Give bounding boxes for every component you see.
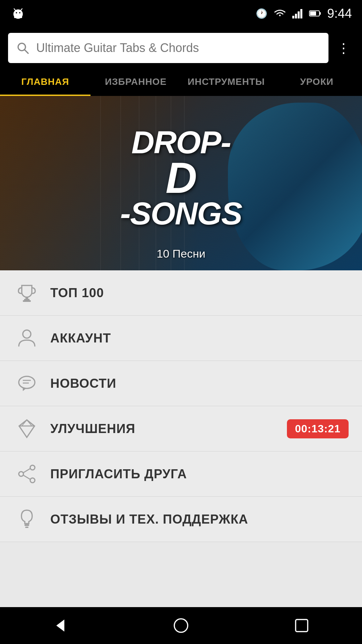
diamond-icon-container — [13, 419, 40, 439]
svg-rect-9 — [295, 14, 297, 18]
search-icon — [16, 41, 29, 55]
menu-item-upgrades[interactable]: УЛУЧШЕНИЯ 00:13:21 — [0, 406, 362, 451]
svg-line-37 — [23, 469, 30, 473]
person-icon — [17, 328, 37, 348]
status-bar-right: 🕐 9:44 — [256, 6, 352, 21]
menu-label-feedback: ОТЗЫВЫ И ТЕХ. ПОДДЕРЖКА — [50, 512, 349, 527]
svg-rect-25 — [25, 297, 28, 300]
recent-icon — [293, 617, 310, 634]
tab-favorites[interactable]: ИЗБРАННОЕ — [90, 69, 181, 96]
lightbulb-icon — [18, 509, 36, 530]
banner-subtitle: 10 Песни — [157, 247, 205, 260]
share-icon-container — [13, 464, 40, 484]
svg-rect-8 — [292, 16, 294, 18]
svg-point-36 — [19, 472, 23, 476]
share-icon — [17, 464, 37, 484]
android-icon — [10, 5, 26, 21]
tabs: ГЛАВНАЯ ИЗБРАННОЕ ИНСТРУМЕНТЫ УРОКИ — [0, 69, 362, 96]
svg-marker-41 — [56, 620, 64, 632]
more-dots-icon: ⋮ — [337, 40, 351, 56]
menu-label-upgrades: УЛУЧШЕНИЯ — [50, 422, 287, 436]
svg-rect-7 — [20, 15, 22, 18]
status-bar: 🕐 9:44 — [0, 0, 362, 27]
signal-icon — [292, 8, 303, 18]
svg-point-2 — [16, 12, 17, 13]
chat-icon — [17, 374, 37, 393]
search-container[interactable] — [8, 33, 328, 63]
svg-rect-10 — [298, 11, 300, 18]
svg-point-42 — [174, 619, 188, 632]
svg-point-35 — [30, 478, 35, 483]
status-time: 9:44 — [327, 6, 352, 21]
menu-item-feedback[interactable]: ОТЗЫВЫ И ТЕХ. ПОДДЕРЖКА — [0, 497, 362, 542]
banner[interactable]: DROP- D -SONGS 10 Песни — [0, 96, 362, 270]
bottom-nav — [0, 607, 362, 644]
svg-rect-13 — [310, 11, 316, 15]
menu-item-news[interactable]: НОВОСТИ — [0, 361, 362, 406]
svg-line-38 — [23, 475, 30, 479]
nav-back-button[interactable] — [40, 612, 80, 639]
tab-instruments[interactable]: ИНСТРУМЕНТЫ — [181, 69, 272, 96]
nav-home-button[interactable] — [161, 612, 201, 639]
menu-label-account: АККАУНТ — [50, 331, 349, 345]
svg-marker-30 — [19, 420, 35, 437]
tab-lessons[interactable]: УРОКИ — [272, 69, 362, 96]
tab-home[interactable]: ГЛАВНАЯ — [0, 69, 90, 96]
lightbulb-icon-container — [13, 509, 40, 530]
banner-title-d: D — [120, 158, 242, 198]
svg-rect-39 — [24, 524, 29, 526]
svg-rect-1 — [15, 13, 21, 18]
battery-icon — [309, 10, 321, 17]
menu-item-invite[interactable]: ПРИГЛАСИТЬ ДРУГА — [0, 451, 362, 497]
more-button[interactable]: ⋮ — [334, 38, 354, 58]
alarm-icon: 🕐 — [256, 8, 267, 19]
svg-rect-24 — [23, 300, 31, 302]
svg-line-16 — [24, 50, 28, 53]
svg-point-3 — [19, 12, 20, 13]
svg-rect-14 — [320, 12, 321, 15]
back-icon — [52, 617, 69, 634]
menu-item-top100[interactable]: ТОП 100 — [0, 270, 362, 316]
menu-label-top100: ТОП 100 — [50, 286, 349, 300]
svg-point-26 — [23, 330, 31, 338]
svg-rect-11 — [300, 9, 302, 18]
menu-list: ТОП 100 АККАУНТ НОВОСТИ — [0, 270, 362, 607]
trophy-icon — [17, 283, 37, 303]
svg-rect-6 — [14, 15, 16, 18]
search-input[interactable] — [36, 41, 320, 55]
svg-rect-40 — [25, 527, 28, 528]
banner-text: DROP- D -SONGS — [120, 126, 242, 229]
search-bar: ⋮ — [0, 27, 362, 69]
svg-line-5 — [20, 9, 22, 11]
svg-line-4 — [14, 9, 16, 11]
banner-title-songs: -SONGS — [120, 198, 242, 229]
upgrades-badge: 00:13:21 — [287, 419, 349, 438]
menu-label-news: НОВОСТИ — [50, 376, 349, 391]
home-circle-icon — [172, 617, 190, 634]
wifi-icon — [274, 8, 286, 18]
menu-label-invite: ПРИГЛАСИТЬ ДРУГА — [50, 467, 349, 481]
person-icon-container — [13, 328, 40, 348]
svg-point-27 — [19, 376, 35, 388]
svg-point-34 — [30, 465, 35, 470]
menu-item-account[interactable]: АККАУНТ — [0, 316, 362, 361]
status-bar-left — [10, 5, 26, 21]
chat-icon-container — [13, 374, 40, 393]
nav-recent-button[interactable] — [282, 612, 322, 639]
trophy-icon-container — [13, 283, 40, 303]
diamond-icon — [17, 419, 37, 439]
svg-rect-43 — [296, 620, 308, 632]
